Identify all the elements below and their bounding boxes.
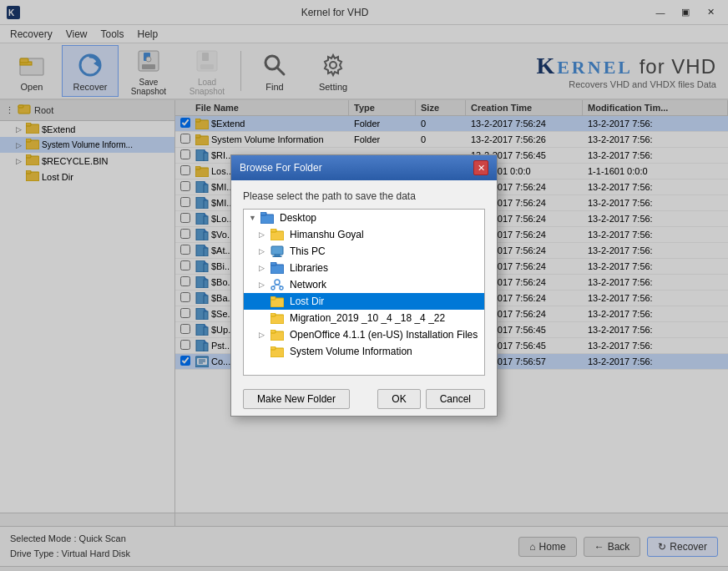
folder-label: Libraries [290, 262, 328, 274]
modal-footer: Make New Folder OK Cancel [231, 382, 497, 416]
modal-overlay: Browse For Folder ✕ Please select the pa… [0, 0, 728, 571]
modal-ok-cancel: OK Cancel [377, 389, 485, 409]
folder-tree-item-himanshu[interactable]: ▷ Himanshu Goyal [244, 226, 484, 243]
svg-rect-91 [270, 313, 276, 316]
expand-icon: ▷ [259, 247, 267, 255]
svg-rect-81 [270, 265, 284, 274]
modal-title: Browse For Folder [240, 162, 322, 174]
folder-label: Lost Dir [290, 296, 324, 307]
folder-tree-item-network[interactable]: ▷ Network [244, 276, 484, 293]
svg-line-87 [277, 285, 281, 286]
expand-icon: ▼ [249, 214, 257, 222]
svg-rect-95 [270, 346, 276, 350]
modal-close-button[interactable]: ✕ [473, 160, 488, 175]
expand-icon: ▷ [259, 331, 267, 339]
folder-label: Himanshu Goyal [290, 229, 364, 240]
folder-tree-item-sysvolinfo[interactable]: System Volume Information [244, 343, 484, 360]
svg-rect-80 [273, 256, 281, 257]
svg-rect-93 [270, 330, 276, 333]
folder-tree-item-openoffice[interactable]: ▷ OpenOffice 4.1.1 (en-US) Installation … [244, 326, 484, 343]
svg-point-83 [275, 280, 280, 285]
svg-rect-76 [270, 231, 284, 240]
folder-label: System Volume Information [290, 346, 412, 357]
svg-rect-78 [271, 246, 283, 255]
expand-icon: ▷ [259, 264, 267, 272]
svg-line-86 [273, 285, 277, 286]
cancel-button[interactable]: Cancel [426, 389, 485, 409]
expand-icon: ▷ [259, 280, 267, 289]
modal-titlebar: Browse For Folder ✕ [231, 155, 497, 180]
ok-button[interactable]: OK [377, 389, 420, 409]
folder-label: OpenOffice 4.1.1 (en-US) Installation Fi… [290, 329, 478, 341]
svg-point-85 [280, 286, 283, 290]
svg-rect-75 [260, 212, 266, 215]
folder-tree[interactable]: ▼ Desktop ▷ Himanshu Goyal ▷ [243, 209, 485, 376]
folder-tree-item-desktop[interactable]: ▼ Desktop [244, 210, 484, 226]
modal-instruction: Please select the path to save the data [243, 190, 485, 202]
modal-body: Please select the path to save the data … [231, 180, 497, 382]
svg-rect-74 [260, 215, 274, 224]
svg-rect-89 [270, 296, 276, 300]
folder-tree-item-libraries[interactable]: ▷ Libraries [244, 260, 484, 276]
folder-label: Network [290, 279, 326, 291]
svg-rect-77 [270, 229, 276, 232]
folder-label: Migration_2019 _10 _4 _18 _4 _22 [290, 312, 445, 324]
expand-icon: ▷ [259, 230, 267, 239]
browse-for-folder-dialog: Browse For Folder ✕ Please select the pa… [230, 154, 498, 417]
folder-label: Desktop [280, 212, 316, 224]
svg-point-84 [271, 286, 275, 290]
folder-tree-item-lostdir[interactable]: Lost Dir [244, 293, 484, 310]
folder-tree-item-thispc[interactable]: ▷ This PC [244, 243, 484, 260]
make-new-folder-button[interactable]: Make New Folder [243, 389, 350, 409]
svg-rect-82 [270, 262, 276, 265]
folder-tree-item-migration[interactable]: Migration_2019 _10 _4 _18 _4 _22 [244, 310, 484, 326]
folder-label: This PC [290, 245, 326, 257]
